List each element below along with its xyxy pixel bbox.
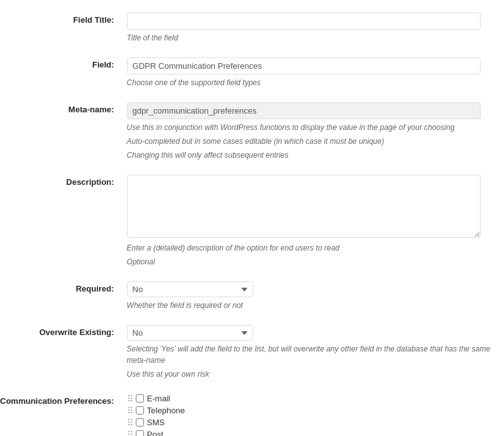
description-label: Description: bbox=[0, 168, 127, 275]
field-title-input[interactable] bbox=[127, 13, 481, 30]
overwrite-select[interactable]: No Yes bbox=[127, 325, 253, 341]
comm-pref-list: ⠿ E-mail ⠿ Telephone ⠿ SMS bbox=[127, 394, 504, 436]
list-item: ⠿ Post bbox=[127, 430, 504, 436]
field-form: Field Title: Title of the field Field: C… bbox=[0, 6, 504, 436]
meta-name-input[interactable] bbox=[127, 102, 481, 119]
field-title-row: Field Title: Title of the field bbox=[0, 6, 504, 51]
description-hint-1: Enter a (detailed) description of the op… bbox=[127, 242, 504, 254]
checkbox-email[interactable] bbox=[136, 394, 144, 403]
description-row: Description: Enter a (detailed) descript… bbox=[0, 168, 504, 275]
meta-name-label: Meta-name: bbox=[0, 96, 127, 168]
overwrite-hint-1: Selecting 'Yes' will add the field to th… bbox=[127, 343, 504, 366]
checkbox-sms[interactable] bbox=[136, 418, 144, 427]
comm-pref-cell: ⠿ E-mail ⠿ Telephone ⠿ SMS bbox=[127, 387, 504, 436]
meta-name-cell: Use this in conjunction with WordPress f… bbox=[127, 96, 504, 168]
meta-name-row: Meta-name: Use this in conjunction with … bbox=[0, 96, 504, 168]
meta-name-hint-1: Use this in conjunction with WordPress f… bbox=[127, 122, 504, 133]
list-item: ⠿ SMS bbox=[127, 418, 504, 427]
field-type-row: Field: Choose one of the supported field… bbox=[0, 51, 504, 96]
label-email: E-mail bbox=[147, 394, 171, 403]
label-sms: SMS bbox=[147, 418, 165, 427]
description-textarea[interactable] bbox=[127, 175, 481, 238]
overwrite-cell: No Yes Selecting 'Yes' will add the fiel… bbox=[127, 319, 504, 387]
field-title-cell: Title of the field bbox=[127, 6, 504, 51]
comm-pref-label: Communication Preferences: bbox=[0, 387, 127, 436]
field-type-label: Field: bbox=[0, 51, 127, 96]
field-title-label: Field Title: bbox=[0, 6, 127, 51]
drag-handle-email[interactable]: ⠿ bbox=[127, 394, 133, 403]
field-type-hint: Choose one of the supported field types bbox=[127, 77, 504, 88]
field-title-hint: Title of the field bbox=[127, 32, 504, 44]
description-hint-2: Optional bbox=[127, 256, 504, 268]
required-label: Required: bbox=[0, 275, 127, 319]
description-cell: Enter a (detailed) description of the op… bbox=[127, 168, 504, 275]
required-row: Required: No Yes Whether the field is re… bbox=[0, 275, 504, 319]
overwrite-label: Overwrite Existing: bbox=[0, 319, 127, 387]
field-type-cell: Choose one of the supported field types bbox=[127, 51, 504, 96]
comm-pref-row: Communication Preferences: ⠿ E-mail ⠿ Te… bbox=[0, 387, 504, 436]
label-telephone: Telephone bbox=[147, 406, 185, 415]
meta-name-hint-2: Auto-completed but in some cases editabl… bbox=[127, 136, 504, 147]
drag-handle-post[interactable]: ⠿ bbox=[127, 430, 133, 437]
overwrite-row: Overwrite Existing: No Yes Selecting 'Ye… bbox=[0, 319, 504, 387]
checkbox-telephone[interactable] bbox=[136, 406, 144, 415]
list-item: ⠿ E-mail bbox=[127, 394, 504, 403]
required-hint: Whether the field is required or not bbox=[127, 300, 504, 311]
required-cell: No Yes Whether the field is required or … bbox=[127, 275, 504, 319]
checkbox-post[interactable] bbox=[136, 430, 144, 436]
overwrite-hint-2: Use this at your own risk bbox=[127, 368, 504, 380]
required-select[interactable]: No Yes bbox=[127, 281, 253, 297]
drag-handle-telephone[interactable]: ⠿ bbox=[127, 406, 133, 415]
list-item: ⠿ Telephone bbox=[127, 406, 504, 415]
field-type-input[interactable] bbox=[127, 57, 481, 74]
label-post: Post bbox=[147, 430, 164, 436]
meta-name-hint-3: Changing this will only affect subsequen… bbox=[127, 150, 504, 161]
drag-handle-sms[interactable]: ⠿ bbox=[127, 418, 133, 427]
